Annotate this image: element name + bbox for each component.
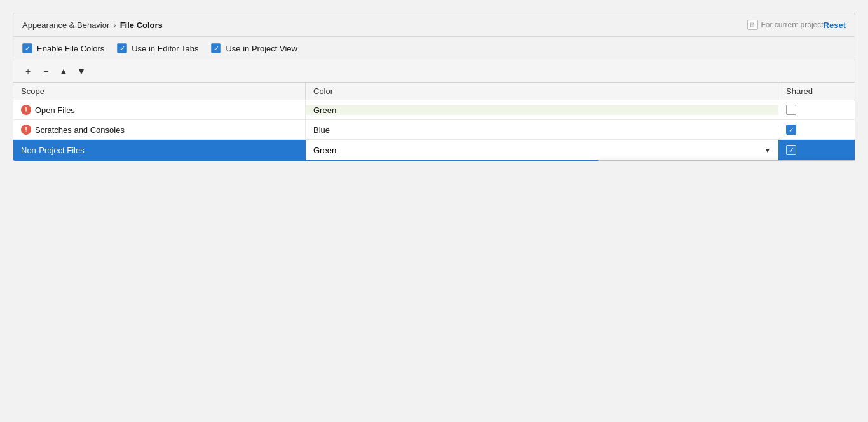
checkmark-icon: ✓ — [214, 45, 219, 52]
dropdown-option-blue[interactable]: Blue — [599, 161, 855, 161]
table-row[interactable]: ! Open Files Green — [13, 100, 855, 120]
checkmark-icon: ✓ — [789, 146, 794, 154]
dropdown-selected-value: Green — [313, 146, 336, 155]
checkboxes-row: ✓ Enable File Colors ✓ Use in Editor Tab… — [13, 37, 855, 60]
scope-name: Open Files — [35, 106, 75, 115]
color-value: Green — [306, 106, 344, 115]
color-value: Blue — [306, 125, 337, 135]
table-header: Scope Color Shared — [13, 83, 855, 100]
scope-name: Scratches and Consoles — [35, 125, 125, 135]
shared-cell[interactable]: ✓ — [778, 120, 855, 139]
use-in-editor-tabs-checkbox[interactable]: ✓ — [117, 43, 127, 53]
use-in-project-view-label: Use in Project View — [226, 44, 297, 53]
use-in-editor-tabs-checkbox-item[interactable]: ✓ Use in Editor Tabs — [117, 43, 198, 53]
breadcrumb-parent: Appearance & Behavior — [22, 20, 109, 30]
scope-cell-selected: Non-Project Files — [13, 141, 306, 160]
for-project: 🗎 For current project — [747, 20, 824, 30]
scope-column-header: Scope — [13, 83, 306, 100]
enable-file-colors-label: Enable File Colors — [37, 44, 104, 53]
scope-cell: ! Scratches and Consoles — [13, 120, 306, 139]
checkmark-icon: ✓ — [25, 45, 31, 52]
use-in-project-view-checkbox-item[interactable]: ✓ Use in Project View — [211, 43, 297, 53]
reset-button[interactable]: Reset — [824, 20, 846, 30]
shared-cell-selected[interactable]: ✓ — [778, 140, 855, 160]
file-colors-table: Scope Color Shared ! Open Files Green ! … — [13, 83, 855, 161]
shared-cell[interactable] — [778, 100, 855, 119]
settings-panel: Appearance & Behavior › File Colors 🗎 Fo… — [13, 13, 855, 161]
color-dropdown-list: Blue Green Orange Rose Violet — [598, 160, 855, 161]
checkmark-icon: ✓ — [119, 45, 125, 52]
color-dropdown[interactable]: Green ▼ — [306, 140, 778, 160]
enable-file-colors-checkbox[interactable]: ✓ — [22, 43, 32, 53]
toolbar: + − ▲ ▼ — [13, 60, 855, 83]
dropdown-arrow-icon: ▼ — [764, 147, 771, 154]
breadcrumb-current: File Colors — [120, 20, 163, 30]
move-down-button[interactable]: ▼ — [73, 64, 90, 78]
error-icon: ! — [21, 125, 31, 135]
table-row[interactable]: ! Scratches and Consoles Blue ✓ — [13, 120, 855, 140]
shared-checkbox[interactable]: ✓ — [786, 125, 796, 135]
error-icon: ! — [21, 105, 31, 115]
doc-icon: 🗎 — [747, 20, 758, 30]
shared-checkbox[interactable] — [786, 105, 796, 115]
header-row: Appearance & Behavior › File Colors 🗎 Fo… — [13, 13, 855, 37]
shared-checkbox-selected[interactable]: ✓ — [786, 145, 796, 155]
breadcrumb: Appearance & Behavior › File Colors — [22, 20, 735, 30]
breadcrumb-separator: › — [113, 20, 116, 30]
color-cell: Blue — [306, 125, 778, 135]
table-row-selected[interactable]: Non-Project Files Green ▼ Blue Green — [13, 140, 855, 161]
color-cell: Green — [306, 106, 778, 115]
add-button[interactable]: + — [20, 64, 36, 78]
for-project-label: For current project — [761, 20, 824, 29]
shared-column-header: Shared — [778, 83, 855, 100]
color-dropdown-cell[interactable]: Green ▼ Blue Green Orange — [306, 140, 778, 160]
enable-file-colors-checkbox-item[interactable]: ✓ Enable File Colors — [22, 43, 104, 53]
color-column-header: Color — [306, 83, 778, 100]
move-up-button[interactable]: ▲ — [55, 64, 72, 78]
remove-button[interactable]: − — [37, 64, 54, 78]
use-in-project-view-checkbox[interactable]: ✓ — [211, 43, 221, 53]
scope-cell: ! Open Files — [13, 100, 306, 119]
use-in-editor-tabs-label: Use in Editor Tabs — [132, 44, 198, 53]
